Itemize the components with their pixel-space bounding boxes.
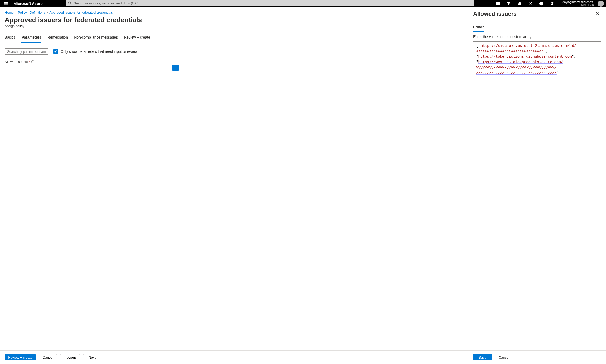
tab-review[interactable]: Review + create	[124, 34, 150, 43]
account-directory: UDAYHEGDE	[561, 4, 596, 7]
info-icon[interactable]: i	[31, 60, 34, 63]
feedback-icon[interactable]	[547, 0, 558, 7]
breadcrumb-home[interactable]: Home	[5, 11, 14, 14]
account-email: udayh@ntdev.microsoft...	[561, 1, 596, 4]
panel-cancel-button[interactable]: Cancel	[495, 354, 513, 360]
cloud-shell-icon[interactable]	[492, 0, 503, 7]
chevron-right-icon: ›	[114, 11, 115, 14]
only-show-label: Only show parameters that need input or …	[61, 49, 137, 54]
global-search[interactable]: Search resources, services, and docs (G+…	[66, 0, 474, 6]
side-panel: Allowed issuers Editor Enter the values …	[468, 7, 606, 364]
param-search-input[interactable]	[5, 48, 48, 55]
close-panel-button[interactable]	[595, 11, 601, 17]
allowed-issuers-label: Allowed issuers	[5, 60, 28, 64]
avatar[interactable]	[598, 1, 604, 7]
panel-footer: Save Cancel	[468, 350, 606, 364]
previous-button[interactable]: Previous	[60, 354, 80, 360]
chevron-right-icon: ›	[15, 11, 16, 14]
only-show-checkbox[interactable]	[53, 49, 58, 54]
brand-label: Microsoft Azure	[12, 1, 48, 6]
svg-point-3	[551, 2, 553, 3]
tab-basics[interactable]: Basics	[5, 34, 15, 43]
hamburger-icon	[4, 2, 8, 6]
account-area[interactable]: udayh@ntdev.microsoft... UDAYHEGDE	[558, 1, 606, 7]
top-bar: Microsoft Azure Search resources, servic…	[0, 0, 606, 7]
panel-title: Allowed issuers	[473, 11, 517, 17]
allowed-issuers-input[interactable]	[5, 65, 170, 71]
tabs: Basics Parameters Remediation Non-compli…	[0, 30, 468, 43]
breadcrumb: Home › Policy | Definitions › Approved i…	[0, 7, 468, 16]
svg-rect-0	[496, 2, 500, 5]
review-create-button[interactable]: Review + create	[5, 354, 36, 360]
breadcrumb-policy[interactable]: Policy | Definitions	[18, 11, 45, 14]
editor-description: Enter the values of the custom array.	[473, 35, 601, 39]
open-editor-button[interactable]: ···	[172, 65, 179, 71]
required-asterisk: *	[29, 60, 30, 64]
top-icons	[492, 0, 558, 7]
tab-parameters[interactable]: Parameters	[21, 34, 41, 43]
settings-icon[interactable]	[525, 0, 536, 7]
close-icon	[596, 12, 600, 16]
wizard-footer: Review + create Cancel Previous Next	[0, 350, 468, 364]
search-placeholder: Search resources, services, and docs (G+…	[74, 1, 138, 5]
page-title: Approved issuers for federated credentia…	[5, 16, 142, 24]
check-icon	[54, 50, 57, 53]
more-actions-icon[interactable]: ⋯	[145, 17, 151, 24]
menu-toggle[interactable]	[0, 0, 12, 7]
save-button[interactable]: Save	[473, 354, 492, 360]
chevron-right-icon: ›	[47, 11, 48, 14]
editor-tab[interactable]: Editor	[473, 25, 484, 32]
tab-remediation[interactable]: Remediation	[48, 34, 68, 43]
svg-point-1	[530, 3, 531, 4]
filter-icon[interactable]	[503, 0, 514, 7]
next-button[interactable]: Next	[83, 354, 101, 360]
tab-noncompliance[interactable]: Non-compliance messages	[74, 34, 118, 43]
notifications-icon[interactable]	[514, 0, 525, 7]
page-subtitle: Assign policy	[0, 24, 468, 30]
search-icon	[68, 1, 72, 5]
main-pane: Home › Policy | Definitions › Approved i…	[0, 7, 468, 364]
cancel-button[interactable]: Cancel	[39, 354, 57, 360]
json-editor[interactable]: ["https://oidc.eks.us-east-2.amazonaws.c…	[473, 41, 601, 347]
breadcrumb-current[interactable]: Approved issuers for federated credentia…	[49, 11, 113, 14]
help-icon[interactable]	[536, 0, 547, 7]
